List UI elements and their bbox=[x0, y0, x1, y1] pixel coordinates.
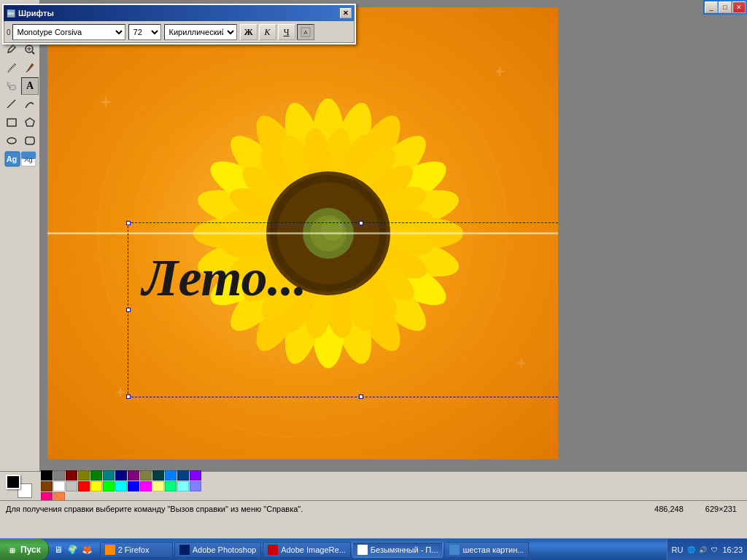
palette-color-5[interactable] bbox=[103, 470, 115, 481]
palette-color-4[interactable] bbox=[90, 470, 102, 481]
polygon-tool[interactable] bbox=[21, 114, 39, 131]
palette-color-17[interactable] bbox=[90, 481, 102, 491]
volume-icon[interactable]: 🔊 bbox=[697, 545, 708, 555]
status-bar: Для получения справки выберите команду "… bbox=[0, 500, 747, 516]
line-tool[interactable] bbox=[3, 96, 20, 113]
palette-color-13[interactable] bbox=[41, 481, 53, 491]
palette-color-19[interactable] bbox=[115, 481, 127, 491]
palette-color-18[interactable] bbox=[103, 481, 115, 491]
airbrush-tool[interactable] bbox=[3, 77, 20, 95]
svg-marker-19 bbox=[26, 118, 34, 126]
palette-color-11[interactable] bbox=[177, 470, 189, 481]
taskbar-item-0[interactable]: 2 Firefox bbox=[100, 542, 173, 558]
format-buttons: Ж К Ч A bbox=[240, 24, 314, 40]
svg-rect-12 bbox=[9, 87, 11, 88]
canvas-area[interactable]: Лето... bbox=[40, 0, 747, 471]
palette-color-10[interactable] bbox=[165, 470, 177, 481]
curve-tool[interactable] bbox=[21, 96, 39, 113]
taskbar-item-4[interactable]: шестая картин... bbox=[444, 542, 529, 558]
lang-indicator[interactable]: RU bbox=[672, 545, 684, 554]
security-icon[interactable]: 🛡 bbox=[709, 545, 719, 555]
taskbar-item-label-4: шестая картин... bbox=[462, 545, 524, 554]
svg-point-87 bbox=[321, 219, 343, 241]
svg-text:Ag: Ag bbox=[7, 155, 18, 163]
paint-app: _ □ ✕ bbox=[0, 0, 747, 538]
maximize-button[interactable]: □ bbox=[719, 1, 732, 13]
font-name-field: 0 Monotype Corsiva bbox=[7, 24, 125, 40]
palette-color-15[interactable] bbox=[66, 481, 77, 491]
systray-icons: 🌐 🔊 🛡 bbox=[686, 545, 719, 555]
svg-text:Ag: Ag bbox=[24, 156, 32, 163]
text-tool[interactable]: A bbox=[21, 77, 39, 95]
dialog-title-text: Шрифты bbox=[18, 9, 54, 18]
svg-line-17 bbox=[7, 100, 15, 108]
svg-rect-21 bbox=[26, 137, 34, 144]
palette-color-0[interactable] bbox=[41, 470, 53, 481]
palette-color-6[interactable] bbox=[115, 470, 127, 481]
rect-tool[interactable] bbox=[3, 114, 20, 131]
palette-color-3[interactable] bbox=[78, 470, 90, 481]
svg-line-7 bbox=[32, 52, 34, 54]
pencil-tool[interactable] bbox=[3, 59, 20, 77]
palette-color-22[interactable] bbox=[152, 481, 164, 491]
dialog-icon: 🔤 bbox=[7, 9, 15, 18]
flower-image bbox=[182, 88, 474, 379]
underline-button[interactable]: Ч bbox=[278, 24, 295, 40]
palette-color-20[interactable] bbox=[128, 481, 139, 491]
svg-rect-18 bbox=[7, 119, 16, 126]
svg-line-13 bbox=[7, 85, 9, 87]
dialog-content: 0 Monotype Corsiva 72 Кириллический Ж К … bbox=[4, 21, 355, 43]
palette-color-14[interactable] bbox=[53, 481, 65, 491]
svg-text:⊞: ⊞ bbox=[9, 547, 15, 554]
taskbar-item-2[interactable]: Adobe ImageRe... bbox=[263, 542, 351, 558]
toolbar: A bbox=[0, 0, 40, 500]
palette-color-24[interactable] bbox=[177, 481, 189, 491]
dialog-close-button[interactable]: ✕ bbox=[340, 8, 352, 18]
foreground-color[interactable] bbox=[6, 475, 20, 489]
font-special-button[interactable]: A bbox=[297, 24, 314, 40]
brush-tool[interactable] bbox=[21, 59, 39, 77]
palette-color-16[interactable] bbox=[78, 481, 90, 491]
palette-color-1[interactable] bbox=[53, 470, 65, 481]
font-icon: 0 bbox=[7, 28, 11, 36]
taskbar-item-label-3: Безымянный - П... bbox=[371, 545, 438, 554]
svg-text:A: A bbox=[303, 29, 308, 36]
taskbar-item-3[interactable]: Безымянный - П... bbox=[352, 542, 444, 558]
palette-color-23[interactable] bbox=[165, 481, 177, 491]
system-tray: RU 🌐 🔊 🛡 16:23 bbox=[667, 539, 747, 560]
svg-point-14 bbox=[7, 83, 8, 84]
font-script-select[interactable]: Кириллический bbox=[164, 24, 237, 40]
show-desktop-icon[interactable]: 🖥 bbox=[52, 543, 65, 556]
taskbar-item-label-2: Adobe ImageRe... bbox=[281, 545, 346, 554]
palette-color-12[interactable] bbox=[190, 470, 201, 481]
network-icon[interactable]: 🌐 bbox=[686, 545, 696, 555]
font-script-field: Кириллический bbox=[164, 24, 237, 40]
taskbar-item-label-1: Adobe Photoshop bbox=[193, 545, 256, 554]
bold-button[interactable]: Ж bbox=[240, 24, 258, 40]
taskbar-item-1[interactable]: Adobe Photoshop bbox=[174, 542, 261, 558]
palette-color-2[interactable] bbox=[66, 470, 77, 481]
palette-color-21[interactable] bbox=[140, 481, 152, 491]
paint-canvas: Лето... bbox=[47, 7, 558, 459]
palette-color-8[interactable] bbox=[140, 470, 152, 481]
font-size-select[interactable]: 72 bbox=[128, 24, 161, 40]
browser-icon2[interactable]: 🦊 bbox=[81, 543, 94, 556]
svg-point-5 bbox=[13, 45, 15, 47]
taskbar-item-icon-3 bbox=[357, 545, 368, 555]
rounded-rect-tool[interactable] bbox=[21, 132, 39, 149]
fonts-dialog: 🔤 Шрифты ✕ 0 Monotype Corsiva 72 Кирилли… bbox=[2, 4, 356, 44]
palette-color-9[interactable] bbox=[152, 470, 164, 481]
svg-point-15 bbox=[9, 82, 9, 83]
palette-color-25[interactable] bbox=[190, 481, 201, 491]
font-name-select[interactable]: Monotype Corsiva bbox=[12, 24, 125, 40]
dialog-title-area: 🔤 Шрифты bbox=[7, 9, 54, 18]
close-button[interactable]: ✕ bbox=[732, 1, 746, 13]
italic-button[interactable]: К bbox=[259, 24, 276, 40]
browser-icon1[interactable]: 🌍 bbox=[66, 543, 80, 556]
palette-color-7[interactable] bbox=[128, 470, 139, 481]
ellipse-tool[interactable] bbox=[3, 132, 20, 149]
svg-point-20 bbox=[7, 138, 16, 144]
minimize-button[interactable]: _ bbox=[705, 1, 718, 13]
start-button[interactable]: ⊞ Пуск bbox=[0, 539, 49, 560]
color-special1-tool[interactable]: Ag Ag bbox=[3, 150, 38, 168]
